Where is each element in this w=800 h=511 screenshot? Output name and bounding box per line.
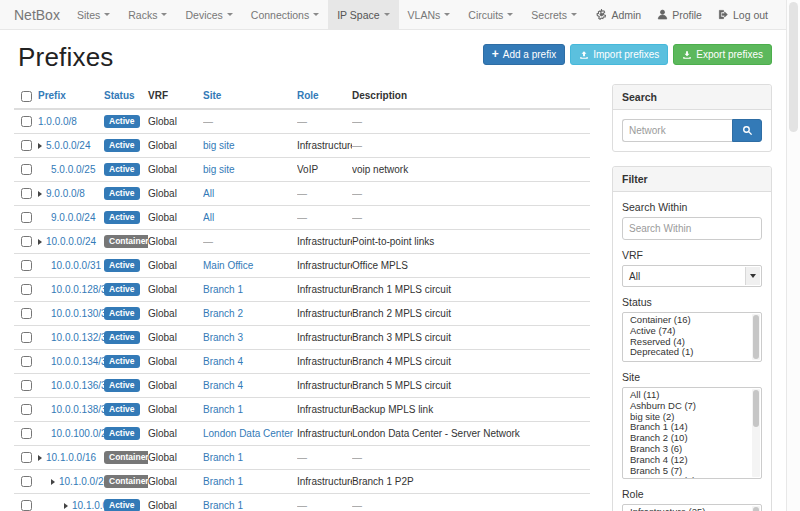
site-link[interactable]: big site (203, 140, 235, 151)
nav-admin-button[interactable]: Admin (588, 0, 649, 29)
site-listbox[interactable]: All (11)Ashburn DC (7)big site (2)Branch… (622, 387, 762, 479)
select-all-checkbox[interactable] (21, 91, 32, 102)
status-listbox-scrollbar[interactable] (752, 314, 760, 360)
site-link[interactable]: London Data Center (203, 428, 293, 439)
prefix-link[interactable]: 10.0.0.0/24 (46, 236, 96, 247)
prefix-link[interactable]: 10.1.0.0/16 (46, 452, 96, 463)
nav-item-circuits[interactable]: Circuits (459, 0, 522, 29)
col-header-site[interactable]: Site (203, 84, 297, 109)
row-checkbox[interactable] (21, 116, 32, 127)
role-value: Infrastructure (297, 140, 352, 151)
site-link[interactable]: Branch 3 (203, 332, 243, 343)
site-link[interactable]: Branch 4 (203, 380, 243, 391)
prefix-link[interactable]: 10.0.0.0/31 (51, 260, 101, 271)
site-link[interactable]: Main Office (203, 260, 253, 271)
role-listbox[interactable]: Infrastructure (25)Management (8)Private… (622, 504, 762, 511)
window-scrollbar-thumb[interactable] (789, 2, 798, 132)
site-link[interactable]: Branch 1 (203, 284, 243, 295)
row-checkbox[interactable] (21, 404, 32, 415)
row-checkbox[interactable] (21, 356, 32, 367)
table-row: 10.0.100.0/24ActiveGlobalLondon Data Cen… (14, 421, 590, 445)
search-button[interactable] (732, 119, 762, 142)
nav-item-ip-space[interactable]: IP Space (328, 0, 398, 29)
row-checkbox[interactable] (21, 188, 32, 199)
add-prefix-button[interactable]: + Add a prefix (483, 44, 565, 65)
status-badge: Active (104, 211, 140, 224)
vrf-select[interactable]: All (622, 265, 762, 287)
site-listbox-scrollbar-thumb[interactable] (753, 390, 759, 427)
site-link[interactable]: All (203, 188, 214, 199)
site-link[interactable]: Branch 4 (203, 356, 243, 367)
row-checkbox[interactable] (21, 500, 32, 511)
site-link[interactable]: Branch 1 (203, 404, 243, 415)
col-header-role[interactable]: Role (297, 84, 352, 109)
site-option[interactable]: COLO-1-CA (3) (623, 476, 751, 479)
row-checkbox[interactable] (21, 212, 32, 223)
role-option[interactable]: Infrastructure (25) (623, 507, 751, 511)
site-option[interactable]: Ashburn DC (7) (623, 401, 751, 412)
status-option[interactable]: Active (74) (623, 326, 751, 337)
empty-value: — (203, 236, 213, 247)
description-cell: — (352, 205, 590, 229)
nav-item-sites[interactable]: Sites (68, 0, 119, 29)
window-scrollbar[interactable] (786, 0, 800, 511)
nav-profile-button[interactable]: Profile (649, 0, 710, 29)
role-cell: — (297, 109, 352, 134)
row-checkbox[interactable] (21, 332, 32, 343)
row-checkbox[interactable] (21, 308, 32, 319)
site-link[interactable]: All (203, 212, 214, 223)
site-link[interactable]: Branch 1 (203, 452, 243, 463)
row-checkbox[interactable] (21, 380, 32, 391)
nav-item-devices[interactable]: Devices (176, 0, 241, 29)
prefix-link[interactable]: 10.0.0.136/31 (51, 380, 104, 391)
role-value: Infrastructure (297, 428, 352, 439)
row-checkbox[interactable] (21, 476, 32, 487)
role-listbox-scrollbar-thumb[interactable] (753, 507, 759, 511)
nav-item-vlans[interactable]: VLANs (399, 0, 460, 29)
netbox-brand[interactable]: NetBox (14, 0, 60, 29)
prefix-link[interactable]: 10.0.0.138/31 (51, 404, 104, 415)
prefix-link[interactable]: 9.0.0.0/8 (46, 188, 85, 199)
site-link[interactable]: Branch 1 (203, 500, 243, 511)
status-listbox[interactable]: Container (16)Active (74)Reserved (4)Dep… (622, 312, 762, 362)
prefix-link[interactable]: 10.0.0.128/31 (51, 284, 104, 295)
role-value: Infrastructure (297, 236, 352, 247)
prefix-link[interactable]: 10.0.0.130/31 (51, 308, 104, 319)
status-option[interactable]: Deprecated (1) (623, 347, 751, 358)
nav-item-connections[interactable]: Connections (242, 0, 328, 29)
prefix-link[interactable]: 10.1.0.0/24 (59, 476, 104, 487)
role-listbox-scrollbar[interactable] (752, 506, 760, 511)
prefix-link[interactable]: 5.0.0.0/24 (46, 140, 90, 151)
prefix-link[interactable]: 5.0.0.0/25 (51, 164, 95, 175)
col-header-prefix[interactable]: Prefix (38, 84, 104, 109)
row-checkbox[interactable] (21, 428, 32, 439)
site-cell: Branch 1 (203, 277, 297, 301)
site-link[interactable]: big site (203, 164, 235, 175)
nav-log-out-button[interactable]: Log out (710, 0, 776, 29)
row-checkbox[interactable] (21, 260, 32, 271)
prefix-link[interactable]: 10.1.0.0/25 (72, 500, 104, 511)
prefix-link[interactable]: 1.0.0.0/8 (38, 116, 77, 127)
prefix-link[interactable]: 10.0.100.0/24 (51, 428, 104, 439)
site-option[interactable]: Branch 4 (12) (623, 455, 751, 466)
prefix-link[interactable]: 10.0.0.132/31 (51, 332, 104, 343)
nav-item-secrets[interactable]: Secrets (522, 0, 586, 29)
col-header-status[interactable]: Status (104, 84, 148, 109)
export-prefixes-button[interactable]: Export prefixes (673, 44, 772, 65)
search-input[interactable] (622, 119, 732, 142)
prefix-link[interactable]: 10.0.0.134/31 (51, 356, 104, 367)
status-listbox-scrollbar-thumb[interactable] (753, 315, 759, 359)
row-checkbox[interactable] (21, 284, 32, 295)
row-checkbox[interactable] (21, 452, 32, 463)
site-link[interactable]: Branch 1 (203, 476, 243, 487)
nav-item-racks[interactable]: Racks (119, 0, 176, 29)
row-checkbox[interactable] (21, 140, 32, 151)
site-cell: — (203, 109, 297, 134)
site-link[interactable]: Branch 2 (203, 308, 243, 319)
prefix-link[interactable]: 9.0.0.0/24 (51, 212, 95, 223)
site-listbox-scrollbar[interactable] (752, 389, 760, 477)
import-prefixes-button[interactable]: Import prefixes (570, 44, 668, 65)
row-checkbox[interactable] (21, 164, 32, 175)
row-checkbox[interactable] (21, 236, 32, 247)
search-within-input[interactable] (622, 217, 762, 240)
